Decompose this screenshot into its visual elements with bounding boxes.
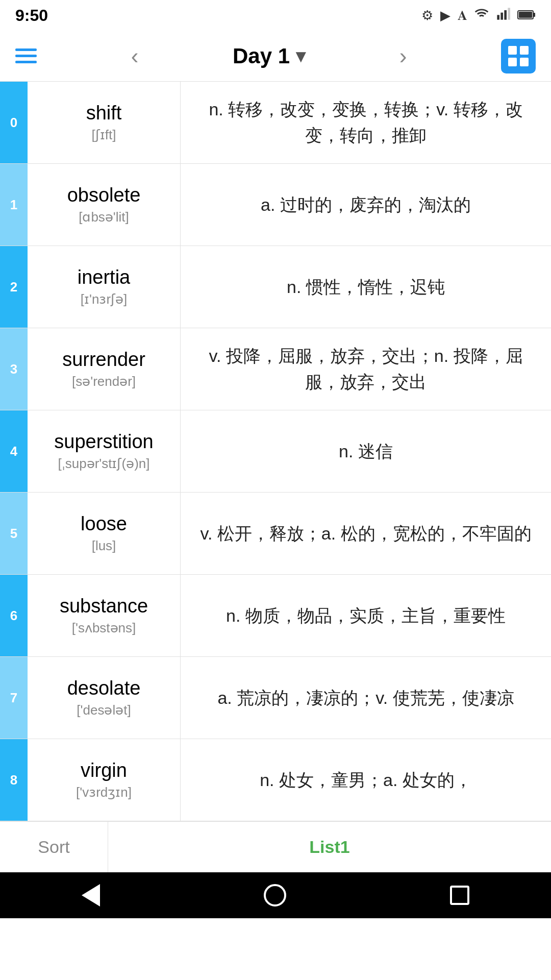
nav-title[interactable]: Day 1 ▾ xyxy=(233,44,305,68)
svg-rect-6 xyxy=(533,13,535,17)
word-phonetic: ['vɜrdʒɪn] xyxy=(76,785,132,800)
word-phonetic: ['desələt] xyxy=(77,702,131,718)
signal-icon xyxy=(496,7,510,24)
word-definition: n. 惯性，惰性，迟钝 xyxy=(181,246,551,328)
table-row: 0 shift [ʃɪft] n. 转移，改变，变换，转换；v. 转移，改变，转… xyxy=(0,82,551,164)
word-phonetic: [ɑbsə'lit] xyxy=(79,209,129,225)
word-english: surrender xyxy=(62,349,145,371)
table-row: 7 desolate ['desələt] a. 荒凉的，凄凉的；v. 使荒芜，… xyxy=(0,657,551,739)
word-english: virgin xyxy=(81,760,127,781)
word-definition: n. 处女，童男；a. 处女的， xyxy=(181,739,551,821)
status-time: 9:50 xyxy=(15,6,48,25)
tab-sort[interactable]: Sort xyxy=(0,822,108,872)
status-bar: 9:50 ⚙ ▶ 𝐀 xyxy=(0,0,551,31)
row-index-5: 5 xyxy=(0,493,28,574)
word-phonetic: [ʃɪft] xyxy=(92,127,116,143)
forward-button[interactable]: › xyxy=(389,43,417,69)
word-phonetic: ['sʌbstəns] xyxy=(72,620,136,636)
home-circle-icon xyxy=(264,884,286,906)
word-cell[interactable]: virgin ['vɜrdʒɪn] xyxy=(28,739,181,821)
wifi-icon xyxy=(474,7,489,24)
word-phonetic: [lus] xyxy=(92,538,116,554)
word-english: obsolete xyxy=(67,184,141,206)
table-row: 4 superstition [ˌsupər'stɪʃ(ə)n] n. 迷信 xyxy=(0,410,551,493)
row-index-2: 2 xyxy=(0,246,28,328)
word-definition: n. 物质，物品，实质，主旨，重要性 xyxy=(181,575,551,656)
row-index-6: 6 xyxy=(0,575,28,656)
word-cell[interactable]: loose [lus] xyxy=(28,493,181,574)
word-cell[interactable]: shift [ʃɪft] xyxy=(28,82,181,163)
word-definition: a. 荒凉的，凄凉的；v. 使荒芜，使凄凉 xyxy=(181,657,551,739)
day-title-text: Day 1 xyxy=(233,44,290,68)
menu-icon[interactable] xyxy=(15,48,37,63)
word-english: superstition xyxy=(54,431,153,453)
gear-icon: ⚙ xyxy=(421,8,433,23)
table-row: 8 virgin ['vɜrdʒɪn] n. 处女，童男；a. 处女的， xyxy=(0,739,551,821)
word-cell[interactable]: surrender [sə'rendər] xyxy=(28,328,181,410)
word-definition: a. 过时的，废弃的，淘汰的 xyxy=(181,164,551,246)
menu-line-1 xyxy=(15,48,37,51)
word-cell[interactable]: superstition [ˌsupər'stɪʃ(ə)n] xyxy=(28,410,181,492)
word-cell[interactable]: desolate ['desələt] xyxy=(28,657,181,739)
word-english: substance xyxy=(60,595,148,617)
word-definition: v. 投降，屈服，放弃，交出；n. 投降，屈服，放弃，交出 xyxy=(181,328,551,410)
svg-rect-1 xyxy=(497,15,499,19)
svg-rect-3 xyxy=(504,10,507,20)
row-index-7: 7 xyxy=(0,657,28,739)
row-index-4: 4 xyxy=(0,410,28,492)
word-cell[interactable]: obsolete [ɑbsə'lit] xyxy=(28,164,181,246)
svg-rect-4 xyxy=(508,8,510,19)
row-index-0: 0 xyxy=(0,82,28,163)
status-icons: ⚙ ▶ 𝐀 xyxy=(421,7,536,24)
row-index-8: 8 xyxy=(0,739,28,821)
svg-rect-2 xyxy=(500,12,503,19)
table-row: 5 loose [lus] v. 松开，释放；a. 松的，宽松的，不牢固的 xyxy=(0,493,551,575)
grid-view-button[interactable] xyxy=(501,39,536,74)
play-icon: ▶ xyxy=(440,8,450,23)
back-triangle-icon xyxy=(82,884,100,906)
tab-list1[interactable]: List1 xyxy=(108,822,551,872)
word-english: inertia xyxy=(78,266,131,288)
back-button[interactable]: ‹ xyxy=(121,43,149,69)
word-phonetic: [ɪ'nɜrʃə] xyxy=(81,291,128,307)
word-english: shift xyxy=(86,102,122,124)
svg-rect-8 xyxy=(508,46,517,55)
svg-rect-11 xyxy=(520,58,529,66)
table-row: 6 substance ['sʌbstəns] n. 物质，物品，实质，主旨，重… xyxy=(0,575,551,657)
word-english: desolate xyxy=(67,677,141,699)
android-nav-bar xyxy=(0,872,551,918)
menu-line-2 xyxy=(15,55,37,57)
top-nav: ‹ Day 1 ▾ › xyxy=(0,31,551,82)
word-english: loose xyxy=(81,513,127,535)
table-row: 2 inertia [ɪ'nɜrʃə] n. 惯性，惰性，迟钝 xyxy=(0,246,551,328)
word-cell[interactable]: substance ['sʌbstəns] xyxy=(28,575,181,656)
word-phonetic: [ˌsupər'stɪʃ(ə)n] xyxy=(58,456,150,472)
recent-square-icon xyxy=(450,886,469,905)
android-home-button[interactable] xyxy=(264,884,286,906)
word-cell[interactable]: inertia [ɪ'nɜrʃə] xyxy=(28,246,181,328)
bottom-tabs: Sort List1 xyxy=(0,821,551,872)
svg-rect-10 xyxy=(508,58,517,66)
word-phonetic: [sə'rendər] xyxy=(72,374,136,389)
android-recent-button[interactable] xyxy=(450,886,469,905)
table-row: 1 obsolete [ɑbsə'lit] a. 过时的，废弃的，淘汰的 xyxy=(0,164,551,246)
android-back-button[interactable] xyxy=(82,884,100,906)
row-index-3: 3 xyxy=(0,328,28,410)
row-index-1: 1 xyxy=(0,164,28,246)
menu-line-3 xyxy=(15,61,37,63)
word-definition: n. 转移，改变，变换，转换；v. 转移，改变，转向，推卸 xyxy=(181,82,551,163)
word-definition: n. 迷信 xyxy=(181,410,551,492)
svg-rect-7 xyxy=(519,12,532,18)
svg-rect-9 xyxy=(520,46,529,55)
chevron-down-icon: ▾ xyxy=(296,45,305,67)
font-icon: 𝐀 xyxy=(458,8,467,23)
table-row: 3 surrender [sə'rendər] v. 投降，屈服，放弃，交出；n… xyxy=(0,328,551,410)
battery-icon xyxy=(517,8,536,23)
word-definition: v. 松开，释放；a. 松的，宽松的，不牢固的 xyxy=(181,493,551,574)
word-list: 0 shift [ʃɪft] n. 转移，改变，变换，转换；v. 转移，改变，转… xyxy=(0,82,551,821)
